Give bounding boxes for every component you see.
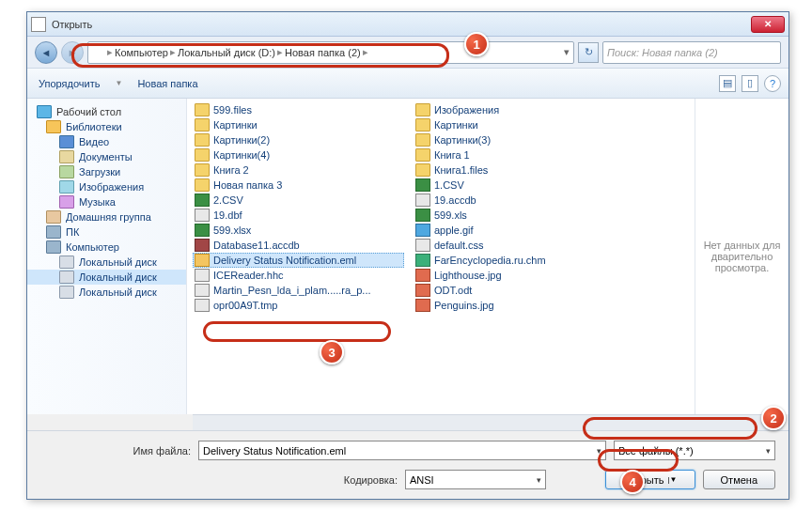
open-button[interactable]: Открыть|▼ [605,470,695,489]
file-name: opr00A9T.tmp [213,300,277,311]
file-item[interactable]: Новая папка 3 [193,178,404,193]
file-item[interactable]: Martin_Pesn_lda_i_plam.....ra_p... [193,283,404,298]
crumb-1[interactable]: Локальный диск (D:) [178,47,275,58]
file-item[interactable]: 19.accdb [414,193,625,208]
close-button[interactable]: ✕ [751,16,785,33]
titlebar: Открыть ✕ [27,12,789,37]
file-item[interactable]: Delivery Status Notification.eml [193,253,404,268]
nav-pc[interactable]: ПК [27,225,186,240]
file-name: Картинки(4) [213,149,270,161]
folder-icon [195,163,210,177]
file-item[interactable]: Картинки(3) [414,132,625,147]
file-item[interactable]: Книга 1 [414,147,625,163]
file-name: Картинки [213,119,258,131]
xls-icon [195,194,210,207]
file-item[interactable]: 19.dbf [193,208,404,223]
nav-homegroup[interactable]: Домашняя группа [27,209,186,225]
file-name: Lighthouse.jpg [434,270,502,281]
file-name: 2.CSV [213,194,243,206]
file-item[interactable]: Картинки(4) [193,147,404,163]
desktop-icon [37,105,52,118]
file-item[interactable]: FarEncyclopedia.ru.chm [414,253,625,268]
file-item[interactable]: apple.gif [414,223,625,238]
callout-2: 2 [761,406,786,430]
file-item[interactable]: opr00A9T.tmp [193,298,404,313]
nav-row: ◄ ► ▸ Компьютер ▸ Локальный диск (D:) ▸ … [27,37,789,69]
file-name: Delivery Status Notification.eml [213,255,356,266]
file-name: Новая папка 3 [213,179,282,191]
cancel-button[interactable]: Отмена [703,470,775,489]
nav-libraries[interactable]: Библиотеки [27,119,186,134]
chm-icon [415,254,430,267]
nav-documents[interactable]: Документы [27,149,186,164]
nav-downloads[interactable]: Загрузки [27,164,186,179]
forward-button[interactable]: ► [61,41,84,64]
encoding-label: Кодировка: [40,474,398,486]
help-button[interactable]: ? [764,75,781,92]
preview-pane: Нет данных для дварительно просмотра. [695,99,789,414]
file-column-1: 599.filesКартинкиКартинки(2)Картинки(4)К… [193,102,404,410]
file-item[interactable]: default.css [414,238,625,253]
newfolder-button[interactable]: Новая папка [133,76,201,91]
file-item[interactable]: Картинки [193,117,404,132]
nav-desktop[interactable]: Рабочий стол [27,104,186,119]
file-item[interactable]: Database11.accdb [193,238,404,253]
file-name: Книга1.files [434,164,488,176]
crumb-2[interactable]: Новая папка (2) [285,47,361,58]
file-item[interactable]: Penguins.jpg [414,298,625,313]
file-item[interactable]: ICEReader.hhc [193,268,404,283]
footer: Имя файла: Delivery Status Notification.… [27,430,789,499]
address-bar[interactable]: ▸ Компьютер ▸ Локальный диск (D:) ▸ Нова… [87,41,574,64]
nav-disk-3[interactable]: Локальный диск [27,285,186,300]
file-item[interactable]: Книга1.files [414,163,625,178]
accdb-icon [195,239,210,252]
eml-icon [195,254,210,267]
file-item[interactable]: 599.xls [414,208,625,223]
file-name: 599.files [213,104,252,116]
file-name: 19.dbf [213,209,242,221]
file-name: Книга 2 [213,164,249,176]
css-icon [415,239,430,252]
preview-pane-button[interactable]: ▯ [742,75,758,92]
file-item[interactable]: Картинки [414,117,625,132]
refresh-button[interactable]: ↻ [578,42,599,63]
folder-icon [415,118,430,132]
file-item[interactable]: Lighthouse.jpg [414,268,625,283]
dbf-icon [195,209,210,222]
jpg-icon [415,299,430,312]
file-name: Картинки(2) [213,134,270,146]
file-item[interactable]: 599.files [193,102,404,117]
filename-input[interactable]: Delivery Status Notification.eml [198,441,606,460]
file-item[interactable]: 1.CSV [414,178,625,193]
file-name: Изображения [434,104,499,116]
nav-computer[interactable]: Компьютер [27,240,186,255]
folder-icon [415,133,430,147]
nav-pane: Рабочий стол Библиотеки Видео Документы … [27,99,187,414]
nav-disk-2[interactable]: Локальный диск [27,270,186,285]
file-item[interactable]: ODT.odt [414,283,625,298]
folder-icon [195,103,210,116]
file-item[interactable]: Изображения [414,102,625,117]
file-name: Database11.accdb [213,240,300,251]
file-name: default.css [434,240,484,251]
nav-music[interactable]: Музыка [27,194,186,209]
nav-video[interactable]: Видео [27,134,186,149]
view-mode-button[interactable]: ▤ [719,75,736,92]
h-scrollbar[interactable] [193,414,783,430]
file-item[interactable]: 2.CSV [193,193,404,208]
crumb-0[interactable]: Компьютер [115,47,168,58]
filter-combo[interactable]: Все файлы (*.*) [614,441,775,460]
file-item[interactable]: Книга 2 [193,163,404,178]
file-item[interactable]: Картинки(2) [193,132,404,147]
nav-disk-1[interactable]: Локальный диск [27,255,186,270]
file-item[interactable]: 599.xlsx [193,223,404,238]
nav-images[interactable]: Изображения [27,179,186,194]
back-button[interactable]: ◄ [35,41,57,64]
organize-button[interactable]: Упорядочить [35,76,103,91]
search-input[interactable]: Поиск: Новая папка (2) [602,41,781,64]
gif-icon [415,224,430,237]
encoding-combo[interactable]: ANSI [405,470,546,489]
callout-1: 1 [464,32,489,56]
search-placeholder: Поиск: Новая папка (2) [607,47,718,58]
file-name: 19.accdb [434,194,476,206]
